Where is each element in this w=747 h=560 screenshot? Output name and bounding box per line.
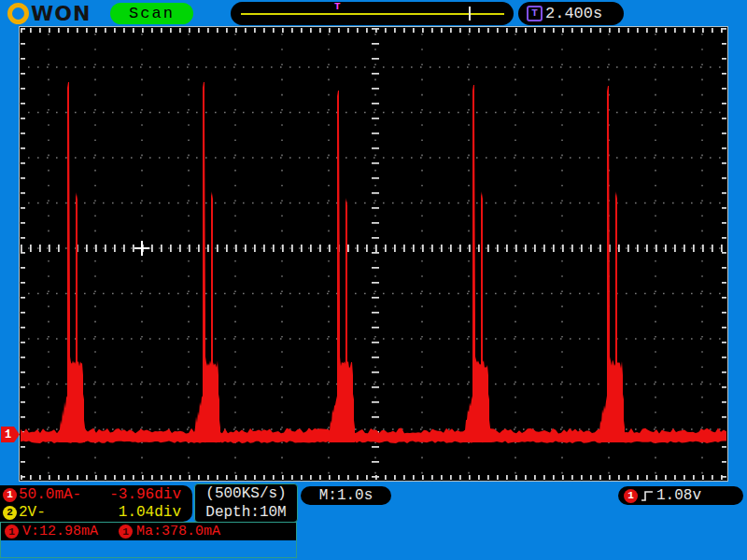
trigger-position-marker: T bbox=[334, 1, 341, 12]
window-position-tick bbox=[469, 7, 471, 21]
rising-edge-icon bbox=[641, 489, 655, 502]
channel2-settings-row: 2 2V- 1.04div bbox=[3, 505, 181, 520]
channel2-offset: 1.04div bbox=[119, 504, 181, 521]
owon-logo: WON bbox=[7, 2, 91, 24]
measurement2-label: Ma:378.0mA bbox=[136, 524, 220, 539]
record-span-line bbox=[241, 13, 504, 15]
measurement-item: 1 V:12.98mA bbox=[5, 524, 98, 539]
channel2-badge: 2 bbox=[3, 506, 17, 520]
pulse-burst bbox=[329, 91, 355, 442]
trigger-time-readout: T 2.400s bbox=[518, 2, 624, 25]
channel2-scale: 2V- bbox=[19, 504, 46, 521]
pulse-burst bbox=[464, 85, 490, 442]
timebase-readout: M:1.0s bbox=[301, 486, 391, 505]
measurement-window: 1 V:12.98mA 1 Ma:378.0mA bbox=[0, 522, 297, 558]
channel1-offset: -3.96div bbox=[109, 486, 181, 503]
measurement-strip: 1 V:12.98mA 1 Ma:378.0mA bbox=[1, 523, 296, 540]
pulse-burst bbox=[599, 86, 625, 442]
acquisition-mode-label: Scan bbox=[129, 5, 175, 22]
owon-logo-text: WON bbox=[31, 2, 91, 25]
waveform-plot bbox=[20, 27, 727, 481]
timebase-value: M:1.0s bbox=[319, 487, 374, 504]
pulse-burst bbox=[194, 82, 220, 442]
channel1-badge: 1 bbox=[3, 488, 17, 502]
measurement-item: 1 Ma:378.0mA bbox=[119, 524, 220, 539]
channel1-scale: 50.0mA- bbox=[19, 486, 81, 503]
record-position-indicator: T bbox=[231, 2, 514, 25]
measurement2-badge: 1 bbox=[119, 525, 133, 539]
trigger-level-readout: 1 1.08v bbox=[618, 486, 743, 505]
pulse-burst bbox=[59, 82, 85, 442]
oscilloscope-screen: WON Scan T T 2.400s 1 1 50.0mA- -3.96div… bbox=[0, 0, 747, 560]
trigger-level-value: 1.08v bbox=[656, 487, 701, 504]
measurement1-badge: 1 bbox=[5, 525, 19, 539]
sample-rate-label: (500KS/s) bbox=[205, 485, 286, 502]
measurement1-label: V:12.98mA bbox=[22, 524, 98, 539]
channel-settings-box: 1 50.0mA- -3.96div 2 2V- 1.04div bbox=[0, 485, 192, 522]
acquisition-mode-badge: Scan bbox=[110, 3, 193, 24]
trigger-time-value: 2.400s bbox=[545, 5, 602, 22]
trigger-time-icon: T bbox=[527, 6, 543, 21]
trigger-source-badge: 1 bbox=[624, 489, 638, 503]
owon-logo-o-icon bbox=[7, 3, 29, 24]
channel1-settings-row: 1 50.0mA- -3.96div bbox=[3, 487, 181, 502]
sampling-info-box: (500KS/s) Depth:10M bbox=[194, 483, 298, 523]
channel1-position-marker: 1 bbox=[1, 427, 20, 442]
record-depth-label: Depth:10M bbox=[205, 504, 286, 521]
